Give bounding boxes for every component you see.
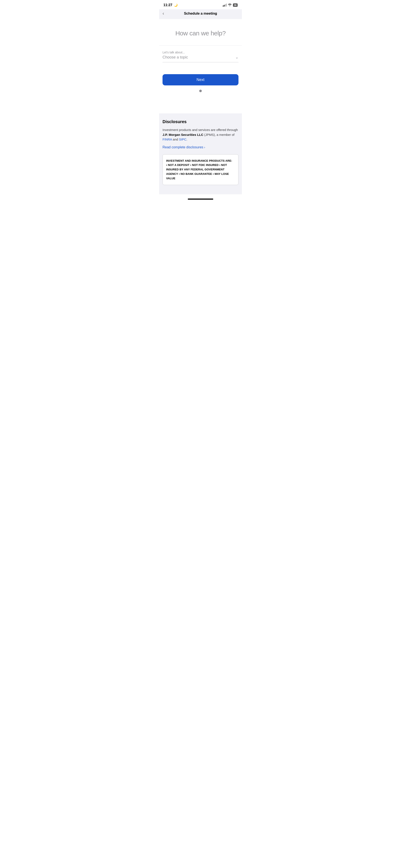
button-section: Next xyxy=(159,69,242,96)
progress-dot xyxy=(199,90,202,92)
status-bar: 11:27 🌙 36 xyxy=(159,0,242,9)
chevron-down-icon: ⌄ xyxy=(235,55,238,60)
finra-link[interactable]: FINRA xyxy=(163,137,172,141)
nav-bar: ‹ Schedule a meeting xyxy=(159,9,242,19)
status-time: 11:27 🌙 xyxy=(163,3,178,7)
status-icons: 36 xyxy=(223,3,238,7)
sipc-link[interactable]: SIPC xyxy=(179,137,187,141)
chevron-right-icon: › xyxy=(204,146,205,149)
read-more-link[interactable]: Read complete disclosures › xyxy=(163,145,238,149)
warning-text: INVESTMENT AND INSURANCE PRODUCTS ARE:• … xyxy=(166,159,235,181)
disclosures-body: Investment products and services are off… xyxy=(163,128,238,142)
back-button[interactable]: ‹ xyxy=(163,11,164,16)
signal-icon xyxy=(223,4,227,6)
next-button[interactable]: Next xyxy=(163,74,238,85)
home-indicator xyxy=(188,198,213,199)
topic-select-text: Choose a topic xyxy=(163,55,188,60)
topic-select[interactable]: Choose a topic ⌄ xyxy=(163,55,238,62)
battery-icon: 36 xyxy=(233,3,238,7)
disclosures-title: Disclosures xyxy=(163,119,238,124)
moon-icon: 🌙 xyxy=(174,3,178,7)
topic-label: Let's talk about... xyxy=(163,51,238,54)
main-content: How can we help? Let's talk about... Cho… xyxy=(159,19,242,113)
home-indicator-area xyxy=(159,194,242,202)
read-more-label: Read complete disclosures xyxy=(163,145,203,149)
white-spacer xyxy=(159,96,242,113)
disclosures-section: Disclosures Investment products and serv… xyxy=(159,113,242,194)
warning-box: INVESTMENT AND INSURANCE PRODUCTS ARE:• … xyxy=(163,154,238,185)
hero-title: How can we help? xyxy=(175,30,226,37)
wifi-icon xyxy=(228,3,232,7)
hero-section: How can we help? xyxy=(159,19,242,45)
form-section: Let's talk about... Choose a topic ⌄ xyxy=(159,45,242,69)
page-title: Schedule a meeting xyxy=(184,11,217,16)
